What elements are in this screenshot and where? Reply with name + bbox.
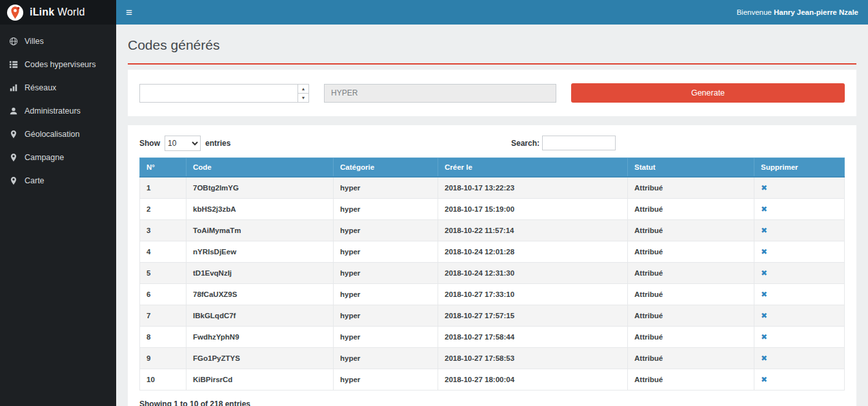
cell-delete: ✖ bbox=[754, 241, 845, 263]
cell-created: 2018-10-24 12:01:28 bbox=[438, 241, 628, 263]
brand-title: iLink World bbox=[30, 6, 85, 18]
cell-status: Attribué bbox=[628, 284, 754, 305]
map-marker-icon bbox=[9, 130, 18, 139]
brand-title-bold: iLink bbox=[30, 6, 54, 17]
cell-code: KiBPirsrCd bbox=[187, 369, 334, 391]
cell-category: hyper bbox=[334, 348, 438, 369]
delete-icon[interactable]: ✖ bbox=[761, 226, 767, 235]
cell-code: FwdhzYphN9 bbox=[187, 327, 334, 348]
delete-icon[interactable]: ✖ bbox=[761, 332, 767, 341]
topbar: ≡ Bienvenue Hanry Jean-pierre Nzale bbox=[116, 0, 868, 25]
sidebar-item-villes[interactable]: Villes bbox=[0, 30, 116, 53]
cell-delete: ✖ bbox=[754, 199, 845, 220]
cell-status: Attribué bbox=[628, 177, 754, 199]
delete-icon[interactable]: ✖ bbox=[761, 205, 767, 214]
sidebar-item-label: Carte bbox=[25, 176, 45, 185]
sidebar-item-administrateurs[interactable]: Administrateurs bbox=[0, 99, 116, 123]
cell-created: 2018-10-22 11:57:14 bbox=[438, 220, 628, 241]
delete-icon[interactable]: ✖ bbox=[761, 183, 767, 192]
cell-delete: ✖ bbox=[754, 177, 845, 199]
cell-category: hyper bbox=[334, 305, 438, 327]
column-header-delete[interactable]: Supprimer bbox=[754, 158, 845, 178]
cell-created: 2018-10-27 17:58:53 bbox=[438, 348, 628, 369]
cell-category: hyper bbox=[334, 263, 438, 284]
cell-number: 10 bbox=[140, 369, 187, 391]
column-header-code[interactable]: Code bbox=[187, 158, 334, 178]
delete-icon[interactable]: ✖ bbox=[761, 311, 767, 320]
cell-status: Attribué bbox=[628, 305, 754, 327]
welcome-message: Bienvenue Hanry Jean-pierre Nzale bbox=[736, 8, 858, 16]
menu-toggle-icon[interactable]: ≡ bbox=[126, 7, 132, 18]
cell-created: 2018-10-27 17:58:44 bbox=[438, 327, 628, 348]
table-row: 8 FwdhzYphN9 hyper 2018-10-27 17:58:44 A… bbox=[140, 327, 845, 348]
codes-table-panel: Show 10 entries Search: bbox=[128, 125, 856, 406]
cell-code: 78fCaUXZ9S bbox=[187, 284, 334, 305]
code-count-input[interactable]: ▲ ▼ bbox=[139, 84, 309, 103]
page-length-control: Show 10 entries bbox=[139, 136, 845, 151]
sidebar-item-campagne[interactable]: Campagne bbox=[0, 146, 116, 169]
cell-delete: ✖ bbox=[754, 284, 845, 305]
cell-code: FGo1PyZTYS bbox=[187, 348, 334, 369]
cell-number: 7 bbox=[140, 305, 187, 327]
cell-created: 2018-10-17 13:22:23 bbox=[438, 177, 628, 199]
delete-icon[interactable]: ✖ bbox=[761, 290, 767, 299]
cell-status: Attribué bbox=[628, 220, 754, 241]
spinner-up-icon[interactable]: ▲ bbox=[298, 85, 308, 94]
search-control: Search: bbox=[511, 136, 616, 150]
delete-icon[interactable]: ✖ bbox=[761, 269, 767, 278]
code-count-field[interactable] bbox=[140, 85, 298, 102]
sidebar-item-carte[interactable]: Carte bbox=[0, 169, 116, 192]
sidebar-item-label: Administrateurs bbox=[25, 107, 81, 116]
show-label: Show bbox=[139, 139, 160, 148]
column-header-number[interactable]: N° bbox=[140, 158, 187, 178]
cell-created: 2018-10-27 17:57:15 bbox=[438, 305, 628, 327]
cell-number: 5 bbox=[140, 263, 187, 284]
number-spinner: ▲ ▼ bbox=[298, 85, 308, 102]
cell-code: 7OBtg2lmYG bbox=[187, 177, 334, 199]
table-row: 7 IBkGLqdC7f hyper 2018-10-27 17:57:15 A… bbox=[140, 305, 845, 327]
column-header-category[interactable]: Catégorie bbox=[334, 158, 438, 178]
welcome-user-name: Hanry Jean-pierre Nzale bbox=[774, 8, 858, 16]
codes-table: N° Code Catégorie Créer le Statut Suppri… bbox=[139, 157, 845, 391]
cell-code: kbHS2j3zbA bbox=[187, 199, 334, 220]
globe-icon bbox=[9, 37, 18, 46]
cell-category: hyper bbox=[334, 177, 438, 199]
cell-code: IBkGLqdC7f bbox=[187, 305, 334, 327]
brand-title-light: World bbox=[57, 6, 85, 17]
delete-icon[interactable]: ✖ bbox=[761, 247, 767, 256]
welcome-prefix: Bienvenue bbox=[736, 8, 774, 16]
cell-status: Attribué bbox=[628, 241, 754, 263]
sidebar-nav: Villes Codes hyperviseurs Réseaux bbox=[0, 25, 116, 192]
column-header-status[interactable]: Statut bbox=[628, 158, 754, 178]
delete-icon[interactable]: ✖ bbox=[761, 375, 767, 384]
sidebar-item-geolocalisation[interactable]: Géolocalisation bbox=[0, 123, 116, 146]
sidebar-item-reseaux[interactable]: Réseaux bbox=[0, 76, 116, 99]
cell-number: 1 bbox=[140, 177, 187, 199]
map-marker-icon bbox=[9, 153, 18, 162]
cell-category: hyper bbox=[334, 327, 438, 348]
user-icon bbox=[9, 107, 18, 116]
page-length-select[interactable]: 10 bbox=[165, 136, 201, 151]
cell-number: 3 bbox=[140, 220, 187, 241]
cell-delete: ✖ bbox=[754, 263, 845, 284]
cell-code: nYRIsDjEew bbox=[187, 241, 334, 263]
app-window: iLink World Villes Codes hyperviseurs bbox=[0, 0, 868, 406]
search-input[interactable] bbox=[542, 136, 616, 150]
page-content: Codes générés ▲ ▼ Generate Show bbox=[116, 25, 868, 406]
cell-category: hyper bbox=[334, 199, 438, 220]
delete-icon[interactable]: ✖ bbox=[761, 354, 767, 363]
app-logo-icon bbox=[6, 4, 24, 21]
sidebar-item-codes-hyperviseurs[interactable]: Codes hyperviseurs bbox=[0, 53, 116, 76]
cell-number: 8 bbox=[140, 327, 187, 348]
cell-delete: ✖ bbox=[754, 305, 845, 327]
spinner-down-icon[interactable]: ▼ bbox=[298, 94, 308, 102]
cell-category: hyper bbox=[334, 284, 438, 305]
column-header-created[interactable]: Créer le bbox=[438, 158, 628, 178]
table-row: 9 FGo1PyZTYS hyper 2018-10-27 17:58:53 A… bbox=[140, 348, 845, 369]
cell-code: ToAiMymaTm bbox=[187, 220, 334, 241]
table-body: 1 7OBtg2lmYG hyper 2018-10-17 13:22:23 A… bbox=[140, 177, 845, 391]
search-label: Search: bbox=[511, 139, 540, 148]
table-row: 5 tD1EvqNzIj hyper 2018-10-24 12:31:30 A… bbox=[140, 263, 845, 284]
generate-button[interactable]: Generate bbox=[571, 83, 845, 103]
sidebar-item-label: Villes bbox=[25, 37, 44, 46]
